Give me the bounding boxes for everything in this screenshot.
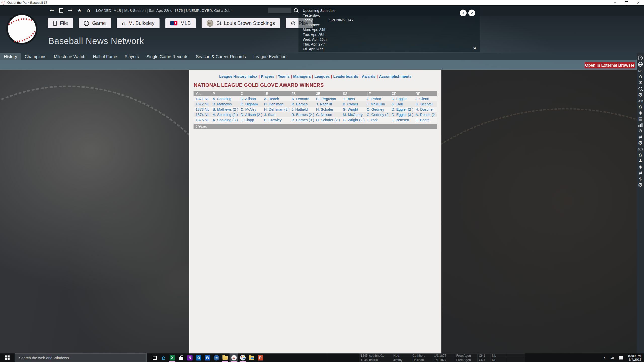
tab-champions[interactable]: Champions <box>21 53 50 60</box>
taskbar-word[interactable]: W <box>203 353 212 362</box>
tab-players[interactable]: Players <box>121 53 143 60</box>
history-tabbar: History Champions Milestone Watch Hall o… <box>0 53 637 60</box>
rail-label-mlb: MLB <box>637 100 643 103</box>
search-icon[interactable] <box>294 8 298 13</box>
rail-label-mb: MB <box>638 70 642 73</box>
tab-single-game-records[interactable]: Single Game Records <box>143 53 192 60</box>
spreadsheet-row: 1245 cuthbne01 Ned Cuthbert 1/1/1877 Fre… <box>359 353 525 358</box>
open-external-browser-button[interactable]: Open in External Browser <box>585 62 635 68</box>
baseball-icon: ⊘ <box>291 20 295 26</box>
link-league-history-index[interactable]: League History Index <box>219 74 257 78</box>
tab-milestone-watch[interactable]: Milestone Watch <box>50 53 89 60</box>
link-awards[interactable]: Awards <box>362 74 375 78</box>
game-button[interactable]: Game <box>79 18 111 28</box>
diamond-icon[interactable]: ◈ <box>639 164 642 170</box>
taskbar-outlook[interactable]: O <box>194 353 203 362</box>
notification-icon[interactable] <box>619 356 623 359</box>
tab-history[interactable]: History <box>0 53 21 60</box>
stats-icon[interactable] <box>638 123 642 127</box>
taskbar-onenote[interactable]: N <box>185 353 194 362</box>
check-circle-icon[interactable]: ✓ <box>638 56 643 60</box>
taskbar-search-input[interactable] <box>15 353 147 362</box>
taskbar-edge[interactable]: e <box>159 353 168 362</box>
link-players[interactable]: Players <box>261 74 274 78</box>
taskbar-ootp17[interactable]: 17 <box>230 353 238 362</box>
transactions-icon[interactable]: ⇄ <box>638 170 642 176</box>
link-leagues[interactable]: Leagues <box>314 74 330 78</box>
outlook-icon: O <box>196 355 201 360</box>
mail-icon[interactable]: ✉ <box>638 79 642 86</box>
table-row: 1872 NL B. Mathews D. Higham H. Dehlman … <box>194 101 437 107</box>
transactions-icon[interactable]: ⇄ <box>638 134 642 140</box>
schedule-row: Thu. Apr. 27th: <box>298 42 480 47</box>
status-text: LOADED: MLB | MLB Season | Sat. Apr. 22n… <box>96 9 234 13</box>
edge-icon: e <box>162 355 165 361</box>
gear-icon[interactable]: ⚙ <box>638 182 643 188</box>
taskbar-store[interactable] <box>177 353 185 362</box>
gear-icon[interactable]: ⚙ <box>638 140 643 146</box>
onenote-icon: N <box>187 355 193 360</box>
home-icon[interactable]: ⌂ <box>639 104 642 110</box>
taskbar-onedrive-folder[interactable] <box>247 353 256 362</box>
schedule-header: Upcoming Schedule <box>298 8 480 13</box>
player-icon[interactable]: ♟ <box>638 158 642 164</box>
manager-button[interactable]: ⌂ M. Bulkeley <box>117 18 160 28</box>
globe-icon[interactable] <box>638 62 643 67</box>
pages-icon[interactable] <box>59 8 63 13</box>
search-input[interactable] <box>268 8 291 13</box>
back-icon[interactable]: ← <box>50 8 54 13</box>
link-accomplishments[interactable]: Accomplishments <box>379 74 411 78</box>
diamond-icon[interactable]: ◈ <box>639 110 642 116</box>
home-icon[interactable]: ⌂ <box>639 152 642 158</box>
schedule-row: Today: OPENING DAY <box>298 18 480 22</box>
home-icon[interactable]: ⌂ <box>87 8 90 13</box>
task-view-button[interactable] <box>150 353 159 362</box>
taskbar-fhm[interactable]: FHM <box>212 353 221 362</box>
forward-icon[interactable]: → <box>68 8 72 13</box>
tab-season-career-records[interactable]: Season & Career Records <box>192 53 249 60</box>
start-button[interactable] <box>0 353 15 362</box>
page-title: NATIONAL LEAGUE GOLD GLOVE AWARD WINNERS <box>194 82 441 88</box>
masthead-title: Baseball News Network <box>48 36 144 46</box>
taskbar-powerpoint[interactable]: P <box>256 353 265 362</box>
link-leaderboards[interactable]: Leaderboards <box>333 74 358 78</box>
tab-hall-of-fame[interactable]: Hall of Fame <box>89 53 121 60</box>
speaker-icon[interactable]: ◄) <box>610 356 615 360</box>
tray-chevron-icon[interactable]: ∧ <box>603 356 606 360</box>
link-teams[interactable]: Teams <box>278 74 289 78</box>
team-logo: StL <box>207 20 213 27</box>
excel-icon: X <box>170 355 175 360</box>
report-icon[interactable]: ▤ <box>638 116 642 122</box>
baseball-icon[interactable]: ⊘ <box>638 128 642 134</box>
file-button[interactable]: File <box>48 18 73 28</box>
history-nav-links: League History Index|Players|Teams|Manag… <box>189 70 441 78</box>
schedule-row: Tomorrow: <box>298 23 480 27</box>
table-header-row: Year P C 1B 2B 3B SS LF CF RF <box>194 91 437 96</box>
fhm-icon: FHM <box>214 355 219 360</box>
tab-league-evolution[interactable]: League Evolution <box>250 53 290 60</box>
home-icon[interactable]: ⌂ <box>639 73 642 79</box>
link-managers[interactable]: Managers <box>293 74 311 78</box>
finance-icon[interactable]: $ <box>639 176 642 182</box>
app-icon: 17 <box>2 1 5 5</box>
bookmark-star-icon[interactable]: ★ <box>77 8 82 13</box>
toolbar-strip <box>0 60 637 70</box>
taskbar-explorer[interactable] <box>221 353 230 362</box>
task-view-icon <box>153 356 157 359</box>
close-button[interactable]: ✕ <box>632 0 644 5</box>
quick-access-rail: ✓ MB ⌂ ✉ ⚙ MLB ⌂ ◈ ▤ ⊘ ⇄ ⚙ SL3 ⌂ ♟ ◈ ⇄ $… <box>637 53 644 353</box>
search-icon[interactable] <box>638 87 642 91</box>
schedule-expand-icon[interactable]: » <box>473 45 477 51</box>
league-button[interactable]: MLB <box>165 18 196 28</box>
taskbar-excel[interactable]: X <box>168 353 177 362</box>
team-button[interactable]: StL St. Louis Brown Stockings <box>202 18 280 28</box>
schedule-down-button[interactable]: ∨ <box>468 10 475 16</box>
gear-icon[interactable]: ⚙ <box>638 92 643 98</box>
restore-button[interactable] <box>621 0 632 5</box>
schedule-up-button[interactable]: ∧ <box>460 10 467 16</box>
taskbar-paint[interactable] <box>238 353 247 362</box>
taskbar-clock[interactable]: 10:09 PM 6/4/2016 <box>627 354 641 361</box>
table-footer: 5 Years <box>194 124 437 129</box>
minimize-button[interactable]: ─ <box>609 0 621 5</box>
spreadsheet-row: 1246 halliji01 Jimmy Hallinan 1/1/1877 F… <box>359 358 525 362</box>
